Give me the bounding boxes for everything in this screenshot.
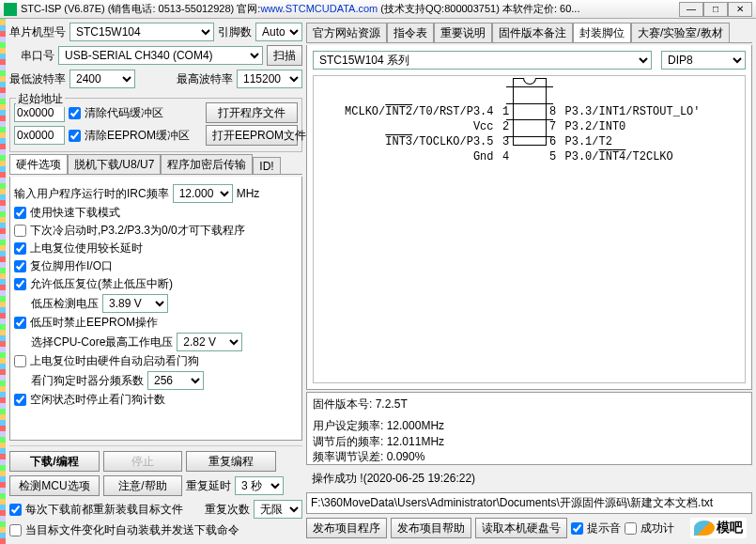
max-baud-label: 最高波特率 [177,71,233,87]
right-tabs: 官方网站资源 指令表 重要说明 固件版本备注 封装脚位 大赛/实验室/教材 [306,23,752,43]
pin5-num: 5 [547,150,560,163]
lv-detect-select[interactable]: 3.89 V [102,294,168,313]
fast-download-checkbox[interactable] [14,207,26,219]
minimize-button[interactable]: — [679,2,703,17]
pin2-num: 2 [500,120,513,133]
maximize-button[interactable]: □ [703,2,728,17]
lvreset-label: 允许低压复位(禁止低压中断) [30,276,173,292]
wdt-auto-label: 上电复位时由硬件自动启动看门狗 [30,353,199,369]
window-title: STC-ISP (V6.87E) (销售电话: 0513-55012928) 官… [21,2,675,16]
detect-mcu-button[interactable]: 检测MCU选项 [9,475,100,496]
auto-reload-label: 当目标文件变化时自动装载并发送下载命令 [25,522,239,538]
cold-boot-label: 下次冷启动时,P3.2/P3.3为0/0才可下载程序 [30,223,245,239]
max-baud-select[interactable]: 115200 [237,70,302,88]
min-baud-select[interactable]: 2400 [69,70,135,88]
reset-as-io-label: 复位脚用作I/O口 [30,258,113,274]
tab-firmware-notes[interactable]: 固件版本备注 [492,23,573,43]
app-icon [4,3,17,16]
reprogram-button[interactable]: 重复编程 [186,451,276,472]
tab-encrypt-transfer[interactable]: 程序加密后传输 [161,154,253,175]
long-reset-label: 上电复位使用较长延时 [30,241,143,256]
pin8-num: 8 [547,105,560,118]
lv-eeprom-label: 低压时禁止EEPROM操作 [30,315,158,331]
idle-wdt-label: 空闲状态时停止看门狗计数 [30,392,165,408]
reload-each-download-label: 每次下载前都重新装载目标文件 [25,502,183,518]
open-eeprom-file-button[interactable]: 打开EEPROM文件 [206,125,298,146]
publish-program-button[interactable]: 发布项目程序 [306,518,387,538]
pin6-num: 6 [547,135,560,148]
wdt-auto-checkbox[interactable] [14,355,26,367]
pin1-left-label: MCLKO/INT2/T0/RST/P3.4 [340,105,500,118]
fw-version-label: 固件版本号: [313,397,372,411]
lvreset-checkbox[interactable] [14,278,26,290]
reset-as-io-checkbox[interactable] [14,260,26,272]
start-address-group: 起始地址 清除代码缓冲区 打开程序文件 清除EEPROM缓冲区 打开EEPROM… [9,98,302,152]
package-panel: STC15W104 系列 DIP8 MCLKO/INT2/T0/RST/P3.4… [306,45,752,390]
stop-button[interactable]: 停止 [103,451,182,472]
repeat-delay-select[interactable]: 3 秒 [235,476,284,495]
serial-port-select[interactable]: USB-SERIAL CH340 (COM4) [58,46,263,65]
scan-button[interactable]: 扫描 [267,45,302,66]
pin5-right-label: P3.0/INT4/T2CLKO [560,150,719,163]
series-select[interactable]: STC15W104 系列 [313,51,652,70]
irc-freq-select[interactable]: 12.000 [173,184,233,203]
pin6-right-label: P3.1/T2 [560,135,719,148]
adj-freq-value: 12.011MHz [387,435,444,448]
download-program-button[interactable]: 下载/编程 [9,451,100,472]
fast-download-label: 使用快速下载模式 [30,205,120,221]
wdt-div-select[interactable]: 256 [147,371,204,390]
success-counter-label: 成功计 [640,521,674,536]
help-button[interactable]: 注意/帮助 [103,475,182,496]
idle-wdt-checkbox[interactable] [14,394,26,406]
tab-official-site[interactable]: 官方网站资源 [306,23,387,43]
repeat-count-select[interactable]: 无限 [254,500,302,519]
cold-boot-checkbox[interactable] [14,225,26,237]
tab-package-pinout[interactable]: 封装脚位 [573,23,631,43]
adj-freq-label: 调节后的频率: [313,435,383,448]
pin-count-select[interactable]: Auto [255,23,302,41]
tab-hardware-options[interactable]: 硬件选项 [9,154,68,175]
right-panel: 官方网站资源 指令表 重要说明 固件版本备注 封装脚位 大赛/实验室/教材 ST… [306,19,756,544]
clear-eeprom-checkbox[interactable] [69,130,81,142]
pin1-num: 1 [500,105,513,118]
eeprom-address-input[interactable] [14,126,65,145]
clear-code-checkbox[interactable] [69,107,81,119]
wdt-div-label: 看门狗定时器分频系数 [31,373,144,389]
package-select[interactable]: DIP8 [661,51,746,70]
pin8-right-label: P3.3/INT1/RSTOUT_LO' [560,105,719,118]
tab-important-notes[interactable]: 重要说明 [434,23,492,43]
fw-version-value: 7.2.5T [376,397,408,411]
pin4-left-label: Gnd [340,150,500,163]
auto-reload-checkbox[interactable] [9,524,22,536]
watermark-text: 模吧 [717,520,743,536]
clear-code-label: 清除代码缓冲区 [85,105,163,121]
cpu-core-select[interactable]: 2.82 V [177,333,242,351]
long-reset-checkbox[interactable] [14,242,26,255]
close-button[interactable]: ✕ [728,2,752,17]
pin3-num: 3 [500,135,513,148]
cpu-core-label: 选择CPU-Core最高工作电压 [31,334,173,350]
pin4-num: 4 [500,150,513,163]
mcu-model-select[interactable]: STC15W104 [69,23,214,41]
read-disk-id-button[interactable]: 读取本机硬盘号 [475,518,567,538]
chip-diagram: MCLKO/INT2/T0/RST/P3.4 1 8 P3.3/INT1/RST… [313,75,746,383]
beep-checkbox[interactable] [571,522,583,535]
repeat-delay-label: 重复延时 [186,478,231,494]
tab-offline-download[interactable]: 脱机下载/U8/U7 [68,154,161,175]
lv-detect-label: 低压检测电压 [31,296,99,312]
freq-err-label: 频率调节误差: [313,450,383,463]
mcu-model-label: 单片机型号 [9,24,66,40]
lv-eeprom-checkbox[interactable] [14,317,26,329]
tab-instruction-table[interactable]: 指令表 [387,23,434,43]
user-freq-label: 用户设定频率: [313,419,383,432]
firmware-info-box: 固件版本号: 7.2.5T 用户设定频率: 12.000MHz 调节后的频率: … [306,392,752,465]
tab-competition[interactable]: 大赛/实验室/教材 [631,23,730,43]
chip-body [513,78,547,146]
reload-each-download-checkbox[interactable] [9,504,22,516]
pin7-right-label: P3.2/INT0 [560,120,719,133]
tab-id[interactable]: ID! [253,157,280,175]
open-code-file-button[interactable]: 打开程序文件 [206,102,298,123]
publish-help-button[interactable]: 发布项目帮助 [391,518,471,538]
titlebar: STC-ISP (V6.87E) (销售电话: 0513-55012928) 官… [0,0,756,19]
success-counter-checkbox[interactable] [625,522,637,535]
